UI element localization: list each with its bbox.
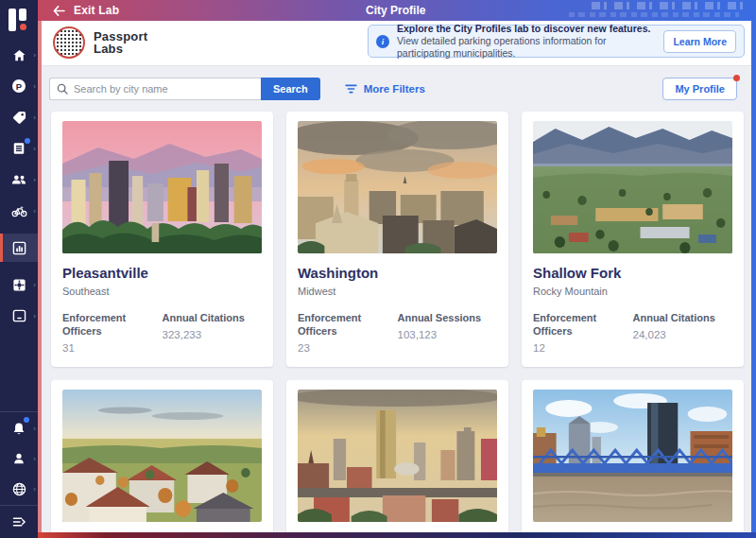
stat-value: 31 (62, 341, 163, 356)
language-icon (12, 482, 26, 496)
sidebar: › P › › › › › (0, 0, 38, 538)
my-profile-button[interactable]: My Profile (662, 78, 737, 100)
account-icon (12, 452, 26, 465)
parking-icon: P (11, 78, 26, 94)
city-stats: Enforcement Officers23 Annual Sessions10… (298, 311, 497, 356)
divider (0, 505, 38, 506)
sidebar-collapse-button[interactable] (0, 513, 38, 530)
exit-lab-label: Exit Lab (74, 4, 119, 17)
city-name: Washington (298, 265, 497, 282)
stat-label: Annual Citations (163, 311, 263, 324)
city-region: Rocky Mountain (533, 285, 732, 298)
city-photo (62, 390, 262, 522)
city-card-centerville[interactable]: Centerville Pacific Northwest (522, 380, 744, 532)
stat-label: Enforcement Officers (533, 311, 633, 338)
reports-icon (12, 241, 26, 255)
chevron-right-icon: › (33, 485, 36, 494)
banner-text: Explore the City Profiles lab to discove… (397, 23, 656, 60)
chevron-right-icon: › (33, 281, 36, 289)
stat-value: 103,123 (398, 328, 498, 342)
chevron-right-icon: › (33, 207, 36, 216)
city-photo (298, 121, 497, 253)
sidebar-item-reports-active[interactable] (0, 234, 38, 262)
city-card-grid: Pleasantville Southeast Enforcement Offi… (51, 112, 744, 532)
tag-icon (12, 111, 26, 125)
pixel-decoration (592, 2, 750, 9)
city-card-village-oaks[interactable]: Village Oaks Northeast (286, 380, 508, 532)
city-card-pleasantville[interactable]: Pleasantville Southeast Enforcement Offi… (51, 112, 273, 367)
city-stats: Enforcement Officers12 Annual Citations2… (533, 311, 732, 356)
users-icon (11, 172, 26, 187)
chevron-right-icon: › (33, 51, 36, 60)
search-icon (57, 83, 68, 95)
sidebar-bottom: › › › (0, 404, 38, 538)
passport-labs-logo-icon (53, 26, 85, 59)
pixel-decoration (569, 12, 739, 17)
filter-icon (345, 84, 357, 94)
stat-label: Annual Sessions (398, 311, 498, 324)
city-card-franklin[interactable]: Franklin Southeast (51, 380, 273, 532)
city-name: Shallow Fork (533, 265, 732, 282)
sidebar-item-devices[interactable]: › (0, 307, 38, 324)
city-photo (298, 390, 497, 522)
city-name: Pleasantville (62, 265, 262, 282)
brand-name: Passport Labs (94, 30, 147, 55)
lab-frame-right (751, 21, 756, 532)
city-region: Southeast (62, 285, 262, 298)
search-group: Search (49, 78, 320, 100)
devices-icon (12, 309, 26, 322)
city-stats: Enforcement Officers31 Annual Citations3… (62, 311, 262, 356)
sidebar-item-language[interactable]: › (0, 480, 38, 497)
sidebar-item-tags[interactable]: › (0, 109, 38, 126)
city-card-washington[interactable]: Washington Midwest Enforcement Officers2… (286, 112, 508, 367)
learn-more-button[interactable]: Learn More (663, 30, 736, 53)
search-button[interactable]: Search (261, 78, 320, 100)
svg-text:P: P (16, 81, 23, 92)
sidebar-item-users[interactable]: › (0, 171, 38, 188)
banner-title: Explore the City Profiles lab to discove… (397, 23, 656, 35)
notification-badge (24, 417, 29, 423)
sidebar-item-account[interactable]: › (0, 450, 38, 467)
sidebar-item-parking[interactable]: P › (0, 78, 38, 95)
sidebar-item-notifications[interactable]: › (0, 420, 38, 437)
sidebar-item-documents[interactable]: › (0, 140, 38, 157)
notifications-icon (12, 422, 26, 436)
stat-value: 23 (298, 341, 398, 356)
settings-icon (12, 278, 26, 292)
city-region: Midwest (298, 285, 497, 298)
banner-subtitle: View detailed parking operations informa… (397, 35, 656, 60)
stat-label: Annual Citations (633, 311, 733, 324)
lab-frame-bottom (34, 532, 756, 538)
more-filters-button[interactable]: More Filters (345, 83, 425, 95)
content-area: Search More Filters My Profile (42, 66, 751, 532)
search-input[interactable] (74, 83, 254, 95)
chevron-right-icon: › (33, 455, 36, 463)
stat-value: 12 (533, 341, 633, 356)
home-icon (12, 48, 26, 62)
sidebar-item-settings[interactable]: › (0, 276, 38, 293)
stat-label: Enforcement Officers (62, 311, 163, 338)
chevron-right-icon: › (33, 176, 36, 184)
profile-notification-dot (733, 75, 740, 81)
passport-logo-icon[interactable] (9, 9, 29, 31)
city-photo (533, 121, 732, 253)
sidebar-nav: › P › › › › › (0, 46, 38, 324)
chevron-right-icon: › (33, 425, 36, 433)
sidebar-item-micromobility[interactable]: › (0, 202, 38, 219)
info-icon: i (376, 35, 389, 48)
notification-badge (25, 138, 30, 144)
bike-icon (11, 204, 27, 218)
exit-lab-button[interactable]: Exit Lab (53, 4, 119, 17)
sidebar-item-home[interactable]: › (0, 46, 38, 63)
documents-icon (12, 142, 26, 155)
toolbar: Search More Filters My Profile (49, 78, 746, 100)
city-profile-page: › P › › › › › (0, 0, 756, 538)
header-bar: Passport Labs i Explore the City Profile… (42, 21, 751, 66)
lab-topbar: Exit Lab City Profile (38, 0, 756, 21)
chevron-right-icon: › (33, 82, 36, 91)
collapse-icon (12, 516, 26, 528)
chevron-right-icon: › (33, 145, 36, 153)
city-card-shallow-fork[interactable]: Shallow Fork Rocky Mountain Enforcement … (522, 112, 744, 367)
stat-value: 323,233 (163, 328, 263, 342)
chevron-right-icon: › (33, 113, 36, 122)
